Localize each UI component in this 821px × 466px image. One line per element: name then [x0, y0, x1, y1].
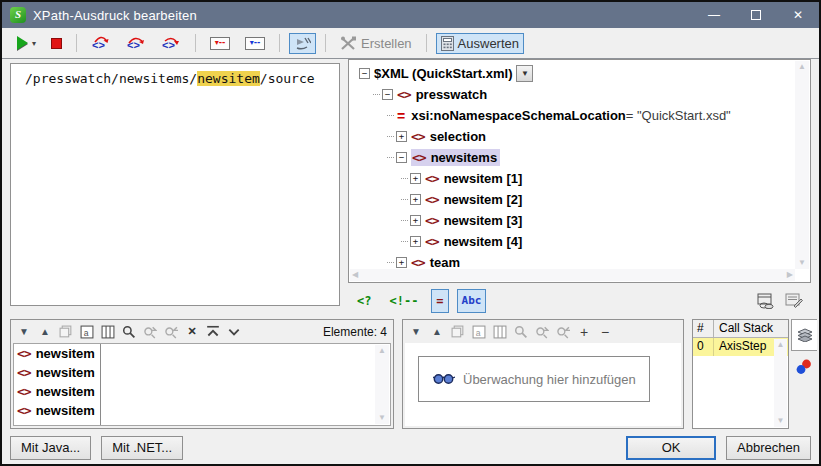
xml-source-dropdown[interactable]: ▼: [516, 65, 533, 82]
debug-mode-toggle-button[interactable]: [289, 33, 316, 54]
search-next-icon[interactable]: [143, 325, 157, 339]
add-watch-icon[interactable]: +: [577, 325, 591, 339]
tree-horizontal-scrollbar[interactable]: ◀ ▶: [350, 269, 795, 281]
result-scrollbar[interactable]: ▲ ▼: [375, 345, 389, 424]
toggle-text[interactable]: Abc: [457, 289, 487, 313]
add-watch-here-button[interactable]: Überwachung hier hinzufügen: [418, 356, 650, 402]
collapse-icon[interactable]: −: [359, 68, 370, 79]
search-icon[interactable]: [514, 325, 528, 339]
tab-callstack[interactable]: [791, 319, 817, 351]
result-list-item[interactable]: <>newsitem: [14, 344, 390, 363]
step-over-button[interactable]: <>: [121, 33, 151, 54]
tree-vertical-scrollbar[interactable]: ▲ ▼: [795, 61, 809, 269]
result-list-item[interactable]: <>newsitem: [14, 363, 390, 382]
result-list-item[interactable]: <>newsitem: [14, 401, 390, 420]
toolbar-separator: [426, 34, 427, 52]
toggle-attributes[interactable]: =: [431, 289, 448, 313]
search-previous-icon[interactable]: [556, 325, 570, 339]
remove-watch-icon[interactable]: −: [598, 325, 612, 339]
search-icon[interactable]: [122, 325, 136, 339]
expression-suffix: /source: [260, 71, 315, 86]
tree-node[interactable]: +<>newsitem [4]: [353, 231, 810, 252]
toolbar-separator: [279, 34, 280, 52]
expand-icon[interactable]: +: [410, 194, 421, 205]
columns-icon[interactable]: [493, 325, 507, 339]
debug-mode-icon: [294, 36, 311, 51]
tracepoint-icon: ▾--: [245, 37, 265, 50]
copy-icon[interactable]: [59, 325, 73, 339]
expand-icon[interactable]: +: [396, 257, 407, 268]
toolbar-separator: [76, 34, 77, 52]
clear-icon[interactable]: ✕: [185, 325, 199, 339]
ok-button[interactable]: OK: [626, 436, 716, 460]
scroll-right-icon[interactable]: ▶: [787, 271, 793, 279]
minimize-button[interactable]: —: [693, 2, 735, 28]
tree-node[interactable]: +<>newsitem [1]: [353, 168, 810, 189]
go-to-top-icon[interactable]: [206, 325, 220, 339]
step-into-button[interactable]: <>: [86, 33, 116, 54]
toggle-comments[interactable]: <!--: [384, 289, 423, 313]
collapse-icon[interactable]: −: [396, 152, 407, 163]
step-out-button[interactable]: <>: [156, 33, 186, 54]
tree-node[interactable]: −<>newsitems: [353, 147, 810, 168]
expand-icon[interactable]: +: [410, 173, 421, 184]
next-result-icon[interactable]: ▼: [17, 325, 31, 339]
expand-icon[interactable]: +: [410, 215, 421, 226]
column-header-callstack[interactable]: Call Stack: [714, 320, 788, 338]
copy-all-icon[interactable]: a: [472, 325, 486, 339]
copy-icon[interactable]: [451, 325, 465, 339]
expand-icon[interactable]: +: [396, 131, 407, 142]
build-button[interactable]: Erstellen: [335, 33, 417, 54]
maximize-button[interactable]: [735, 2, 777, 28]
expand-icon[interactable]: +: [410, 236, 421, 247]
scroll-down-icon[interactable]: ▼: [798, 259, 806, 267]
collapse-icon[interactable]: −: [382, 89, 393, 100]
search-next-icon[interactable]: [535, 325, 549, 339]
svg-text:<>: <>: [162, 39, 175, 51]
search-previous-icon[interactable]: [164, 325, 178, 339]
xpath-expression-editor[interactable]: /presswatch/newsitems/newsitem/source: [10, 63, 340, 306]
next-watch-icon[interactable]: ▼: [409, 325, 423, 339]
element-icon: <>: [17, 384, 31, 399]
result-list-item[interactable]: <>newsitem: [14, 382, 390, 401]
scroll-up-icon[interactable]: ▲: [378, 347, 386, 355]
tree-root-row[interactable]: − $XML (QuickStart.xml) ▼: [353, 63, 810, 84]
column-header-number[interactable]: #: [693, 320, 714, 338]
go-to-bottom-icon[interactable]: [227, 325, 241, 339]
cancel-button[interactable]: Abbrechen: [726, 436, 811, 460]
tree-node[interactable]: +<>newsitem [2]: [353, 189, 810, 210]
callstack-scrollbar[interactable]: ▲ ▼: [774, 339, 787, 427]
evaluate-button[interactable]: Auswerten: [436, 33, 524, 54]
scroll-up-icon[interactable]: ▲: [777, 341, 785, 349]
chevron-down-icon[interactable]: ▾: [32, 39, 36, 48]
scroll-left-icon[interactable]: ◀: [352, 271, 358, 279]
previous-result-icon[interactable]: ▲: [38, 325, 52, 339]
tree-node[interactable]: +<>newsitem [3]: [353, 210, 810, 231]
scroll-down-icon[interactable]: ▼: [777, 417, 785, 425]
stop-debugger-button[interactable]: [46, 35, 67, 52]
tree-node[interactable]: =xsi:noNamespaceSchemaLocation = "QuickS…: [353, 105, 810, 126]
show-result-window-icon[interactable]: [757, 293, 775, 309]
edit-result-icon[interactable]: [785, 293, 803, 309]
tree-node[interactable]: −<>presswatch: [353, 84, 810, 105]
toggle-group: <?<!--=Abc: [352, 289, 486, 313]
copy-all-icon[interactable]: a: [80, 325, 94, 339]
with-java-button[interactable]: Mit Java...: [10, 436, 91, 460]
column-divider[interactable]: [100, 344, 101, 425]
columns-icon[interactable]: [101, 325, 115, 339]
expression-highlight: newsitem: [197, 71, 260, 86]
tab-breakpoints[interactable]: [791, 351, 817, 383]
insert-tracepoint-button[interactable]: ▾--: [240, 34, 270, 53]
minimize-icon: —: [708, 8, 720, 22]
start-debugger-button[interactable]: ▾: [12, 33, 41, 53]
with-dotnet-button[interactable]: Mit .NET...: [101, 436, 183, 460]
insert-breakpoint-button[interactable]: ▾--: [205, 34, 235, 53]
tree-node[interactable]: +<>selection: [353, 126, 810, 147]
toggle-processing-instructions[interactable]: <?: [352, 289, 376, 313]
call-stack-panel: # Call Stack 0AxisStep ▲ ▼: [692, 319, 789, 429]
scroll-down-icon[interactable]: ▼: [378, 414, 386, 422]
close-button[interactable]: ✕: [777, 2, 819, 28]
scroll-up-icon[interactable]: ▲: [798, 63, 806, 71]
attribute-name: xsi:noNamespaceSchemaLocation: [411, 108, 626, 123]
previous-watch-icon[interactable]: ▲: [430, 325, 444, 339]
